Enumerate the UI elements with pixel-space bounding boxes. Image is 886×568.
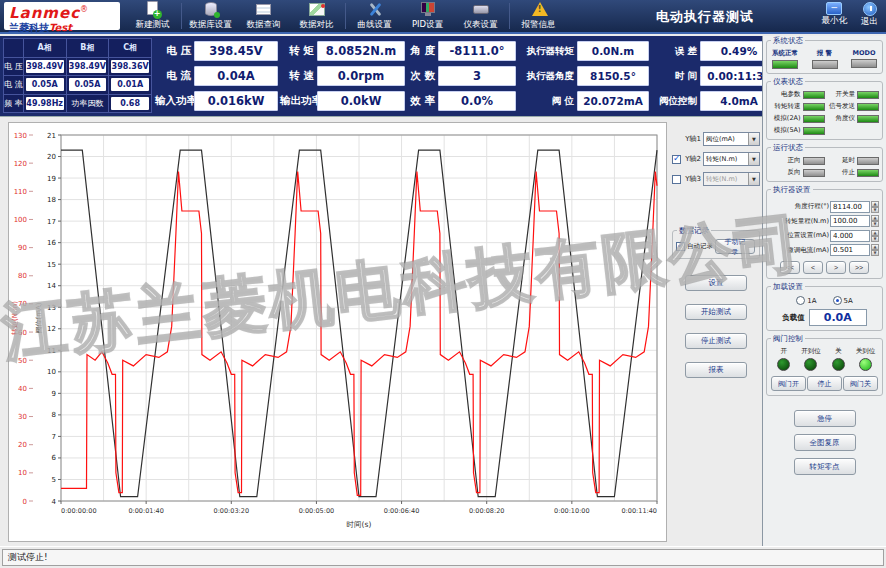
torque-zero-button[interactable]: 转矩零点	[794, 458, 856, 475]
metric-valve-position: 阀 位20.072mA	[518, 90, 649, 112]
delay-indicator: 延时	[825, 156, 880, 165]
svg-text:15: 15	[47, 261, 56, 269]
settings-button[interactable]: 设置	[685, 275, 747, 291]
title-bar: Lanmec® 兰菱科技Test + 新建测试 数据库设置 数据查询 数据对比 …	[0, 0, 886, 34]
toolbar-label: 数据查询	[247, 19, 281, 31]
toolbar-pid-settings[interactable]: PID设置	[401, 0, 454, 32]
manual-record-button[interactable]: 手动记录	[715, 239, 755, 254]
modo-indicator: MODO	[851, 49, 877, 69]
angle-travel-stepper[interactable]: ▲▼	[871, 201, 879, 213]
nav-last-button[interactable]: >>	[849, 261, 869, 274]
modo-led	[851, 59, 877, 68]
radio-icon	[796, 296, 805, 305]
signal-send-indicator: 信号发送	[825, 102, 880, 111]
load-settings-title: 加载设置	[771, 282, 805, 291]
load-1a-radio[interactable]: 1A	[796, 296, 816, 305]
toolbar-database-settings[interactable]: 数据库设置	[184, 0, 237, 32]
toolbar-new-test[interactable]: + 新建测试	[126, 0, 179, 32]
svg-text:时间(s): 时间(s)	[347, 520, 372, 529]
stop-test-button[interactable]: 停止测试	[685, 333, 747, 349]
app-logo: Lanmec® 兰菱科技Test	[4, 2, 120, 30]
logo-subtitle-en: Test	[49, 22, 72, 33]
y-axis2-select[interactable]: 转矩(N.m) ▼	[703, 152, 760, 166]
y-axis1-row: Y轴1 阀位(mA) ▼	[672, 132, 760, 146]
toolbar-label: 曲线设置	[358, 19, 392, 31]
instrument-status-group: 仪表状态 电参数 开关量 转矩转速 信号发送 模拟(2A) 角度仪 模拟(5A)	[766, 81, 883, 140]
toolbar-instrument-settings[interactable]: 仪表设置	[454, 0, 507, 32]
table-row: 电 流 0.05A 0.05A 0.01A	[4, 76, 152, 95]
valve-open-button[interactable]: 阀门开	[771, 376, 806, 391]
position-setting-stepper[interactable]: ▲▼	[871, 230, 879, 242]
valve-close-button[interactable]: 阀门关	[843, 376, 878, 391]
full-view-reset-button[interactable]: 全图复原	[794, 434, 856, 451]
signal-send-led	[857, 103, 879, 111]
load-value-label: 负载值	[782, 313, 805, 323]
instrument-settings-icon	[470, 1, 492, 18]
svg-text:70: 70	[18, 300, 27, 308]
svg-text:10: 10	[18, 469, 27, 477]
y-axis3-checkbox[interactable]	[672, 175, 681, 184]
system-status-group: 系统状态 系统正常 报 警 MODO	[766, 40, 883, 74]
y-axis2-row: Y轴2 转矩(N.m) ▼	[672, 152, 760, 166]
torque-range-stepper[interactable]: ▲▼	[871, 215, 879, 227]
svg-text:90: 90	[18, 244, 27, 252]
angle-meter-led	[857, 115, 879, 123]
svg-text:60: 60	[18, 329, 27, 337]
nav-next-button[interactable]: >	[826, 261, 846, 274]
toolbar-separator	[181, 3, 182, 29]
y-axis3-select[interactable]: 转矩(N.m) ▼	[703, 172, 760, 186]
nav-first-button[interactable]: <<	[780, 261, 800, 274]
y-axis3-label: Y轴3	[683, 174, 701, 184]
angle-meter-indicator: 角度仪	[825, 114, 880, 123]
toolbar-data-query[interactable]: 数据查询	[237, 0, 290, 32]
auto-record-checkbox[interactable]	[676, 242, 685, 251]
reverse-led	[803, 169, 825, 177]
phase-a-current: 0.05A	[26, 78, 64, 91]
y-axis1-select[interactable]: 阀位(mA) ▼	[703, 132, 760, 146]
phase-b-current: 0.05A	[69, 78, 107, 91]
angle-travel-input[interactable]	[830, 201, 870, 213]
toolbar-alarm-info[interactable]: ! 报警信息	[512, 0, 565, 32]
nav-prev-button[interactable]: <	[803, 261, 823, 274]
svg-text:6: 6	[52, 454, 57, 462]
valve-stop-button[interactable]: 停止	[807, 376, 842, 391]
svg-text:0:00:11:40: 0:00:11:40	[621, 507, 657, 515]
toolbar-label: 仪表设置	[464, 19, 498, 31]
data-compare-icon	[306, 1, 328, 18]
load-5a-radio[interactable]: 5A	[833, 296, 853, 305]
valve-close-led	[832, 358, 845, 371]
y-axis1-label: Y轴1	[683, 134, 701, 144]
auto-record-label: 自动记录	[687, 242, 713, 251]
torque-speed-indicator: 转矩转速	[770, 102, 825, 111]
start-test-button[interactable]: 开始测试	[685, 304, 747, 320]
svg-text:8: 8	[52, 411, 56, 419]
chart-panel: 4567891011121314151617181920210102030405…	[8, 122, 667, 542]
emergency-stop-button[interactable]: 急停	[794, 410, 856, 427]
trim-current-stepper[interactable]: ▲▼	[871, 244, 879, 256]
sidebar-bottom-buttons: 急停 全图复原 转矩零点	[766, 410, 883, 475]
trim-current-input[interactable]	[830, 244, 870, 256]
row-label-frequency: 频 率	[4, 94, 24, 113]
toolbar-curve-settings[interactable]: 曲线设置	[348, 0, 401, 32]
actuator-settings-group: 执行器设置 角度行程(°) ▲▼ 转矩量程(N.m) ▲▼ 位置设置(mA) ▲…	[766, 189, 883, 279]
torque-range-input[interactable]	[830, 215, 870, 227]
y-axis2-checkbox[interactable]	[672, 155, 681, 164]
power-icon	[863, 2, 877, 16]
system-status-title: 系统状态	[771, 36, 805, 45]
report-button[interactable]: 报表	[685, 362, 747, 378]
metric-output-power: 输出功率0.0kW	[280, 90, 405, 112]
metric-input-power: 输入功率0.016kW	[155, 90, 278, 112]
exit-button[interactable]: 退出	[861, 2, 878, 28]
svg-text:11: 11	[47, 347, 56, 355]
toolbar-data-compare[interactable]: 数据对比	[290, 0, 343, 32]
window-title: 电动执行器测试	[656, 8, 754, 26]
svg-text:18: 18	[47, 196, 56, 204]
status-text: 测试停止!	[2, 549, 884, 566]
minimize-button[interactable]: ─ 最小化	[822, 2, 848, 28]
phase-a-header: A相	[23, 39, 66, 58]
forward-indicator: 正向	[770, 156, 825, 165]
phase-b-voltage: 398.49V	[69, 60, 107, 73]
position-setting-input[interactable]	[830, 230, 870, 242]
trim-current-field: 微调电流(mA) ▲▼	[770, 244, 879, 256]
logo-registered-mark: ®	[80, 5, 88, 14]
